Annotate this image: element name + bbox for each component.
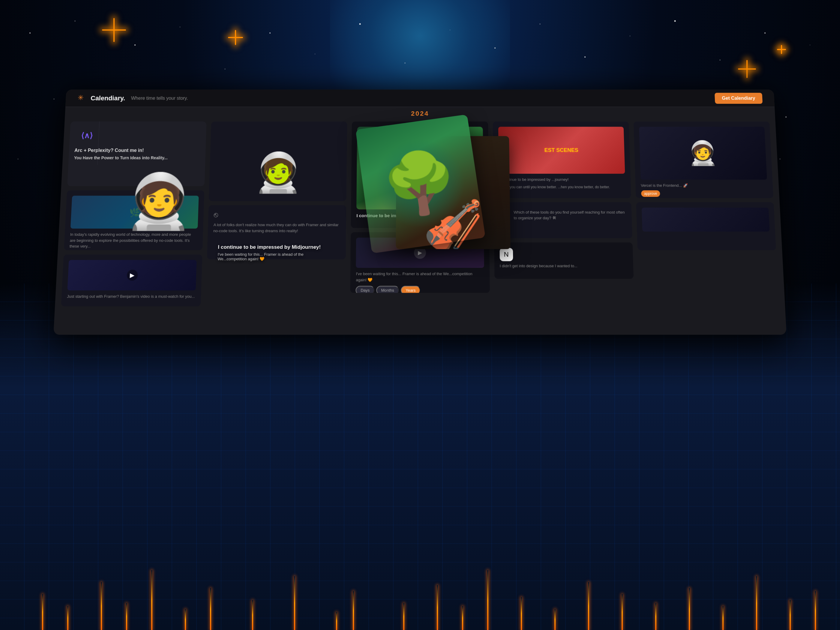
play-icon: ▶ — [126, 270, 138, 281]
svg-point-6 — [315, 54, 315, 54]
star-glow-2 — [228, 30, 243, 45]
quote-overlay: I continue to be impressed by Midjourney… — [218, 244, 324, 261]
svg-point-5 — [269, 32, 271, 33]
tab-months-button[interactable]: Months — [376, 286, 399, 293]
astronaut-image: 🧑‍🚀 — [215, 126, 342, 191]
svg-point-14 — [674, 21, 676, 22]
get-calendiary-button[interactable]: Get Calendiary — [715, 93, 763, 104]
design-origin-card: N I didn't get into design because I wan… — [494, 242, 633, 279]
logo-star-icon: ✳ — [77, 93, 87, 103]
floating-tree-overlay: 🌳 — [355, 114, 485, 253]
navbar: ✳ Calendiary. Where time tells your stor… — [65, 90, 775, 107]
card-column-4: EST SCENES ...continue to be impressed b… — [493, 122, 635, 328]
article-text: In today's rapidly evolving world of tec… — [69, 232, 198, 249]
logo-area: ✳ Calendiary. Where time tells your stor… — [77, 93, 188, 103]
vercel-label: Vercel is the Frontend... 🚀 — [641, 183, 767, 188]
framer-video-card: ▶ Just starting out with Framer? Benjami… — [61, 254, 202, 306]
svg-point-3 — [180, 27, 180, 27]
svg-point-8 — [405, 63, 406, 63]
astronaut-emoji: 🧑‍🚀 — [254, 153, 303, 191]
time-tabs: Days Months Years — [356, 286, 484, 293]
svg-point-11 — [540, 24, 541, 25]
extra-card-5 — [636, 202, 776, 250]
svg-point-28 — [18, 159, 19, 159]
svg-point-12 — [584, 57, 586, 58]
extra-thumb — [642, 208, 770, 232]
svg-point-4 — [225, 69, 226, 69]
quote-secondary: I've been waiting for this... Framer is … — [218, 252, 324, 261]
floating-astronaut-overlay: 🧑‍🚀 — [128, 125, 192, 228]
floor-spikes — [0, 353, 840, 630]
framer-no-code-text: A lot of folks don't realize how much th… — [213, 222, 341, 234]
svg-point-15 — [720, 60, 721, 61]
svg-point-17 — [810, 45, 810, 45]
svg-point-10 — [494, 47, 496, 49]
btf-quote2: ...best you can until you know better. .… — [499, 184, 625, 189]
vercel-card: 🧑‍🚀 Vercel is the Frontend... 🚀 approve — [633, 122, 774, 198]
svg-point-1 — [75, 21, 76, 22]
content-area: 2024 ⟨∧⟩ Arc + Perplexity? Count me in! … — [54, 107, 786, 335]
svg-point-18 — [54, 99, 55, 99]
arc-logo-area: ⟨∧⟩ — [75, 126, 99, 144]
quote-main: I continue to be impressed by Midjourney… — [218, 244, 324, 250]
back-to-future-thumb: EST SCENES — [498, 126, 625, 174]
astronaut2-emoji: 🧑‍🚀 — [687, 139, 718, 167]
back-to-future-card: EST SCENES ...continue to be impressed b… — [493, 122, 631, 198]
svg-point-34 — [779, 158, 781, 159]
svg-point-7 — [359, 24, 361, 25]
svg-point-16 — [764, 32, 766, 33]
btf-label: EST SCENES — [544, 147, 578, 153]
year-label: 2024 — [411, 110, 429, 117]
browser-window: ✳ Calendiary. Where time tells your stor… — [54, 90, 786, 335]
svg-point-13 — [630, 36, 630, 36]
astronaut2-image: 🧑‍🚀 — [639, 126, 767, 179]
svg-point-9 — [450, 30, 450, 30]
tab-years-button[interactable]: Years — [401, 286, 421, 293]
tools-question: Which of these tools do you find yoursel… — [513, 209, 627, 221]
tab-days-button[interactable]: Days — [356, 286, 375, 293]
floating-astronaut-emoji: 🧑‍🚀 — [125, 174, 194, 228]
musician-card: 🎻 Which of these tools do you find yours… — [494, 202, 632, 238]
star-glow-4 — [777, 45, 786, 54]
arc-perplexity-logo: ⟨∧⟩ — [81, 131, 93, 140]
star-glow-3 — [738, 60, 756, 78]
svg-point-27 — [785, 117, 786, 118]
framer-icon: ⎋ — [213, 211, 341, 219]
brand-tagline: Where time tells your story. — [131, 95, 188, 101]
floating-tree-emoji: 🌳 — [378, 144, 462, 223]
framer-video-label: Just starting out with Framer? Benjamin'… — [67, 294, 196, 299]
notion-icon: N — [499, 248, 513, 261]
framer-video-thumb: ▶ — [67, 260, 196, 291]
brand-name: Calendiary. — [91, 95, 125, 102]
svg-point-0 — [29, 32, 31, 33]
card-column-2: 🧑‍🚀 ⎋ A lot of folks don't realize how m… — [205, 122, 347, 328]
card-column-5: 🧑‍🚀 Vercel is the Frontend... 🚀 approve — [633, 122, 780, 328]
svg-point-2 — [134, 44, 136, 46]
musician-info: 🎻 Which of these tools do you find yours… — [499, 208, 627, 223]
astronaut-card: 🧑‍🚀 — [209, 122, 347, 201]
star-glow-1 — [102, 18, 126, 42]
btf-quote: ...continue to be impressed by ...journe… — [499, 177, 625, 182]
design-origin-text: I didn't get into design because I wante… — [500, 263, 628, 269]
framer-competition-text: I've been waiting for this... Framer is … — [356, 271, 484, 283]
floor-decoration — [0, 284, 840, 630]
approve-badge: approve — [641, 190, 660, 197]
